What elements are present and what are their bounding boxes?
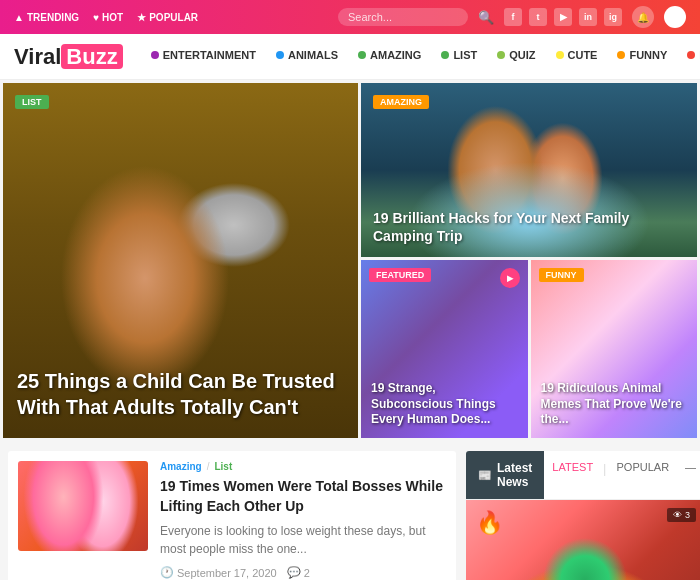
hero-bottom-right[interactable]: FUNNY 19 Ridiculous Animal Memes That Pr… <box>531 260 698 438</box>
nav-animals[interactable]: ANIMALS <box>266 34 348 80</box>
hero-bottom-right-label: FUNNY <box>539 268 584 282</box>
animals-dot <box>276 51 284 59</box>
star-icon: ★ <box>137 12 146 23</box>
linkedin-icon[interactable]: in <box>579 8 597 26</box>
hero-top-right[interactable]: AMAZING 19 Brilliant Hacks for Your Next… <box>361 83 697 257</box>
nav-amazing-label: AMAZING <box>370 49 421 61</box>
nav-entertainment-label: ENTERTAINMENT <box>163 49 256 61</box>
funny-dot <box>617 51 625 59</box>
sidebar-tab-popular[interactable]: POPULAR <box>609 451 678 499</box>
nav-animals-label: ANIMALS <box>288 49 338 61</box>
article-card[interactable]: Amazing / List 19 Times Women Were Total… <box>8 451 456 580</box>
cute-dot <box>556 51 564 59</box>
hero-main-title: 25 Things a Child Can Be Trusted With Th… <box>17 368 344 420</box>
nav-cute-label: CUTE <box>568 49 598 61</box>
popular-label[interactable]: ★ POPULAR <box>137 12 198 23</box>
article-desc-1: Everyone is looking to lose weight these… <box>160 522 446 558</box>
list-dot <box>441 51 449 59</box>
nav-list[interactable]: LIST <box>431 34 487 80</box>
sidebar-featured[interactable]: 🔥 👁 3 19 Brilliant Money Tips That Will … <box>466 500 700 580</box>
hero-bottom: FEATURED ▶ 19 Strange, Subconscious Thin… <box>361 260 697 438</box>
news-dot <box>687 51 695 59</box>
hero-main[interactable]: LIST 25 Things a Child Can Be Trusted Wi… <box>3 83 358 438</box>
nav-quiz[interactable]: QUIZ <box>487 34 545 80</box>
social-icons: f t ▶ in ig <box>504 8 622 26</box>
trending-label[interactable]: ▲ TRENDING <box>14 12 79 23</box>
nav-funny-label: FUNNY <box>629 49 667 61</box>
nav-news[interactable]: NEWS ▼ <box>677 34 700 80</box>
sidebar-tab-latest-news[interactable]: 📰 Latest News <box>466 451 544 499</box>
top-bar-right: 🔍 f t ▶ in ig 🔔 <box>338 6 686 28</box>
sidebar-tab-latest[interactable]: LATEST <box>544 451 601 499</box>
top-bar-left: ▲ TRENDING ♥ HOT ★ POPULAR <box>14 12 198 23</box>
entertainment-dot <box>151 51 159 59</box>
nav-bar: ViralBuzz ENTERTAINMENT ANIMALS AMAZING … <box>0 34 700 80</box>
article-date-1: 🕐 September 17, 2020 <box>160 566 277 579</box>
eye-icon: 👁 <box>673 510 682 520</box>
hero-bottom-left-title: 19 Strange, Subconscious Things Every Hu… <box>371 381 518 428</box>
main-content: Amazing / List 19 Times Women Were Total… <box>0 441 700 580</box>
sidebar: 📰 Latest News LATEST | POPULAR — 🔥 👁 3 1… <box>466 451 700 580</box>
sidebar-feat-badge: 👁 3 <box>667 508 696 522</box>
hero-top-title: 19 Brilliant Hacks for Your Next Family … <box>373 209 685 245</box>
trending-icon: ▲ <box>14 12 24 23</box>
sidebar-box: 📰 Latest News LATEST | POPULAR — 🔥 👁 3 1… <box>466 451 700 580</box>
hero-right: AMAZING 19 Brilliant Hacks for Your Next… <box>361 83 697 438</box>
hero-bottom-right-title: 19 Ridiculous Animal Memes That Prove We… <box>541 381 688 428</box>
hero-bottom-left[interactable]: FEATURED ▶ 19 Strange, Subconscious Thin… <box>361 260 528 438</box>
news-tab-icon: 📰 <box>478 469 492 482</box>
sidebar-tab-sep: | <box>601 451 608 499</box>
article-comments-1: 💬 2 <box>287 566 310 579</box>
nav-funny[interactable]: FUNNY <box>607 34 677 80</box>
nav-amazing[interactable]: AMAZING <box>348 34 431 80</box>
nav-cute[interactable]: CUTE <box>546 34 608 80</box>
amazing-dot <box>358 51 366 59</box>
logo-viral: Viral <box>14 44 61 69</box>
quiz-dot <box>497 51 505 59</box>
nav-quiz-label: QUIZ <box>509 49 535 61</box>
hero-bottom-left-label: FEATURED <box>369 268 431 282</box>
nav-list-label: LIST <box>453 49 477 61</box>
heart-icon: ♥ <box>93 12 99 23</box>
hero-top-label: AMAZING <box>373 95 429 109</box>
article-body-1: Amazing / List 19 Times Women Were Total… <box>160 461 446 579</box>
twitter-icon[interactable]: t <box>529 8 547 26</box>
nav-entertainment[interactable]: ENTERTAINMENT <box>141 34 266 80</box>
hero-section: LIST 25 Things a Child Can Be Trusted Wi… <box>0 80 700 441</box>
avatar[interactable] <box>664 6 686 28</box>
logo[interactable]: ViralBuzz <box>14 44 123 70</box>
logo-buzz: Buzz <box>61 44 122 69</box>
fire-emoji: 🔥 <box>476 510 503 536</box>
hero-badge-left: ▶ <box>500 268 520 288</box>
clock-icon: 🕐 <box>160 566 174 579</box>
instagram-icon[interactable]: ig <box>604 8 622 26</box>
comment-icon: 💬 <box>287 566 301 579</box>
articles-list: Amazing / List 19 Times Women Were Total… <box>8 451 456 580</box>
search-input[interactable] <box>338 8 468 26</box>
hot-label[interactable]: ♥ HOT <box>93 12 123 23</box>
search-icon[interactable]: 🔍 <box>478 10 494 25</box>
sidebar-title: Latest News <box>497 461 532 489</box>
article-thumb-1 <box>18 461 148 551</box>
article-tag-list[interactable]: List <box>214 461 232 472</box>
youtube-icon[interactable]: ▶ <box>554 8 572 26</box>
facebook-icon[interactable]: f <box>504 8 522 26</box>
nav-items: ENTERTAINMENT ANIMALS AMAZING LIST QUIZ … <box>141 34 700 80</box>
hero-main-label: LIST <box>15 95 49 109</box>
article-title-1[interactable]: 19 Times Women Were Total Bosses While L… <box>160 477 446 516</box>
sidebar-tab-dots[interactable]: — <box>677 451 700 499</box>
article-footer-1: 🕐 September 17, 2020 💬 2 <box>160 566 446 579</box>
sidebar-tabs: 📰 Latest News LATEST | POPULAR — <box>466 451 700 500</box>
notification-icon[interactable]: 🔔 <box>632 6 654 28</box>
top-bar: ▲ TRENDING ♥ HOT ★ POPULAR 🔍 f t ▶ in ig… <box>0 0 700 34</box>
article-meta-1: Amazing / List <box>160 461 446 472</box>
article-tag-amazing[interactable]: Amazing <box>160 461 202 472</box>
